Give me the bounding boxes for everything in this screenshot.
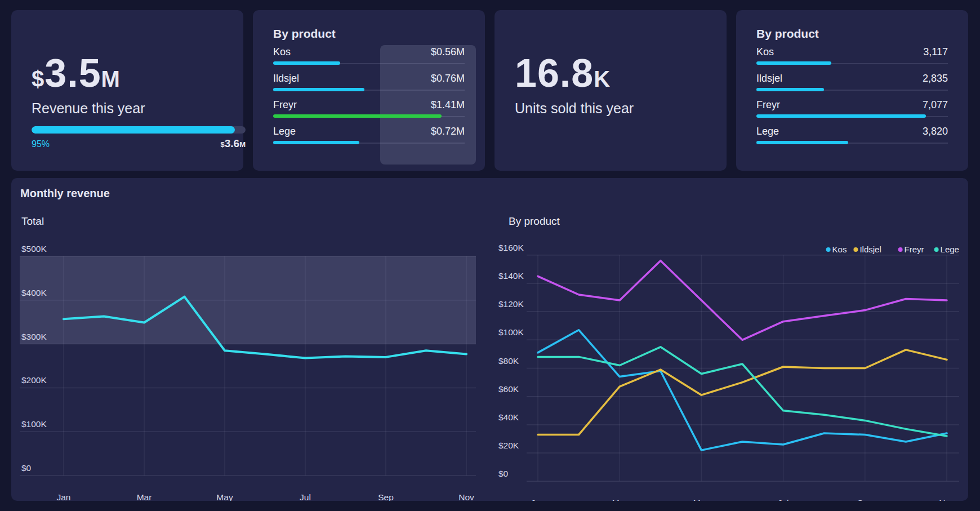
- kpi-units-unit: K: [594, 66, 611, 91]
- x-axis-label: Mar: [137, 492, 152, 501]
- product-label: Kos: [756, 46, 774, 58]
- product-bar: [756, 61, 948, 65]
- y-axis-label: $100K: [498, 327, 524, 337]
- y-axis-label: $40K: [498, 412, 519, 422]
- product-value: 7,077: [923, 99, 948, 111]
- product-value: $0.72M: [431, 126, 465, 137]
- product-label: Kos: [273, 46, 291, 58]
- line-freyr: [538, 261, 947, 340]
- y-axis-label: $500K: [21, 244, 47, 254]
- product-label: Ildsjel: [756, 73, 782, 85]
- product-value: 2,835: [923, 73, 948, 85]
- product-bar-fill: [756, 114, 926, 118]
- x-axis-label: Jan: [57, 492, 71, 501]
- y-axis-label: $200K: [21, 375, 47, 385]
- kpi-units-number: 16.8: [515, 51, 594, 95]
- y-axis-label: $20K: [498, 441, 519, 450]
- product-row-lege: Lege$0.72M: [273, 126, 465, 145]
- product-bar-fill: [273, 114, 442, 118]
- product-bar: [756, 114, 948, 118]
- y-axis-label: $120K: [498, 299, 524, 309]
- x-axis-label: Nov: [939, 498, 955, 501]
- y-axis-label: $100K: [21, 419, 47, 429]
- dashboard: { "colors": { "page_bg": "#14162e", "car…: [0, 0, 980, 511]
- product-bar: [273, 141, 465, 145]
- card-units-by-product: By product Kos3,117Ildsjel2,835Freyr7,07…: [736, 10, 968, 171]
- product-row-freyr: Freyr$1.41M: [273, 99, 465, 118]
- product-row-freyr: Freyr7,077: [756, 99, 948, 118]
- product-bar-fill: [756, 88, 824, 91]
- product-row-ildsjel: Ildsjel$0.76M: [273, 73, 465, 92]
- kpi-card-units: 16.8K Units sold this year: [495, 10, 727, 171]
- x-axis-label: Mar: [612, 498, 627, 501]
- units-by-product-rows: Kos3,117Ildsjel2,835Freyr7,077Lege3,820: [756, 46, 948, 152]
- kpi-units-label: Units sold this year: [515, 100, 634, 117]
- units-by-product-title: By product: [756, 27, 819, 41]
- product-bar: [273, 88, 465, 92]
- legend-dot-lege[interactable]: [934, 247, 939, 252]
- product-value: 3,117: [923, 46, 948, 58]
- product-bar: [273, 114, 465, 118]
- product-bar: [756, 88, 948, 92]
- legend-label-freyr[interactable]: Freyr: [905, 245, 924, 254]
- line-ildsjel: [538, 350, 947, 435]
- y-axis-label: $300K: [21, 332, 47, 341]
- product-bar-fill: [273, 88, 364, 91]
- chart-monthly_revenue_total: $0$100K$200K$300K$400K$500KJanMarMayJulS…: [20, 244, 476, 501]
- x-axis-label: Jul: [300, 492, 311, 501]
- revenue-progress-fill: [32, 126, 235, 134]
- x-axis-label: Sep: [857, 498, 873, 501]
- product-bar: [756, 141, 948, 145]
- x-axis-label: Jul: [778, 498, 789, 501]
- product-value: $0.56M: [431, 46, 465, 58]
- product-label: Ildsjel: [273, 73, 299, 85]
- y-axis-label: $80K: [498, 356, 519, 366]
- y-axis-label: $400K: [21, 288, 47, 297]
- x-axis-label: Jan: [531, 498, 545, 501]
- x-axis-label: Nov: [458, 492, 474, 501]
- monthly-revenue-charts: $0$100K$200K$300K$400K$500KJanMarMayJulS…: [11, 178, 968, 501]
- kpi-revenue-value: $3.5M: [32, 51, 121, 96]
- legend-label-lege[interactable]: Lege: [941, 245, 959, 254]
- kpi-revenue-label: Revenue this year: [32, 100, 145, 117]
- y-axis-label: $140K: [498, 271, 524, 281]
- card-revenue-by-product: By product Kos$0.56MIldsjel$0.76MFreyr$1…: [253, 10, 485, 171]
- legend-dot-kos[interactable]: [826, 247, 831, 252]
- product-row-kos: Kos3,117: [756, 46, 948, 65]
- product-value: $1.41M: [431, 99, 465, 111]
- revenue-by-product-rows: Kos$0.56MIldsjel$0.76MFreyr$1.41MLege$0.…: [273, 46, 465, 152]
- product-row-ildsjel: Ildsjel2,835: [756, 73, 948, 92]
- product-label: Freyr: [273, 99, 297, 111]
- product-bar-fill: [756, 61, 831, 65]
- product-row-lege: Lege3,820: [756, 126, 948, 145]
- y-axis-label: $160K: [498, 243, 524, 252]
- revenue-progress-target: $3.6M: [221, 137, 246, 150]
- revenue-progress-bar: [32, 126, 246, 134]
- revenue-progress-percent: 95%: [32, 139, 50, 149]
- line-kos: [538, 330, 947, 450]
- product-value: $0.76M: [431, 73, 465, 85]
- kpi-revenue-unit: M: [101, 66, 121, 91]
- revenue-progress-info: 95% $3.6M: [32, 137, 246, 150]
- product-label: Lege: [273, 126, 296, 137]
- x-axis-label: May: [693, 498, 710, 501]
- product-label: Lege: [756, 126, 779, 137]
- chart-monthly_revenue_by_product: $0$20K$40K$60K$80K$100K$120K$140K$160KJa…: [498, 243, 959, 501]
- legend-label-kos[interactable]: Kos: [832, 245, 847, 254]
- legend-label-ildsjel[interactable]: Ildsjel: [859, 245, 881, 254]
- x-axis-label: Sep: [378, 492, 394, 501]
- product-label: Freyr: [756, 99, 780, 111]
- card-monthly-revenue: Monthly revenue Total By product $0$100K…: [11, 178, 968, 501]
- legend-dot-ildsjel[interactable]: [853, 247, 858, 252]
- kpi-revenue-number: 3.5: [44, 51, 101, 95]
- kpi-revenue-currency: $: [32, 66, 44, 91]
- y-axis-label: $60K: [498, 384, 519, 394]
- product-bar-fill: [273, 141, 359, 144]
- legend-dot-freyr[interactable]: [898, 247, 903, 252]
- product-bar: [273, 61, 465, 65]
- product-row-kos: Kos$0.56M: [273, 46, 465, 65]
- x-axis-label: May: [216, 492, 233, 501]
- product-bar-fill: [756, 141, 848, 144]
- product-value: 3,820: [923, 126, 948, 137]
- kpi-units-value: 16.8K: [515, 51, 611, 96]
